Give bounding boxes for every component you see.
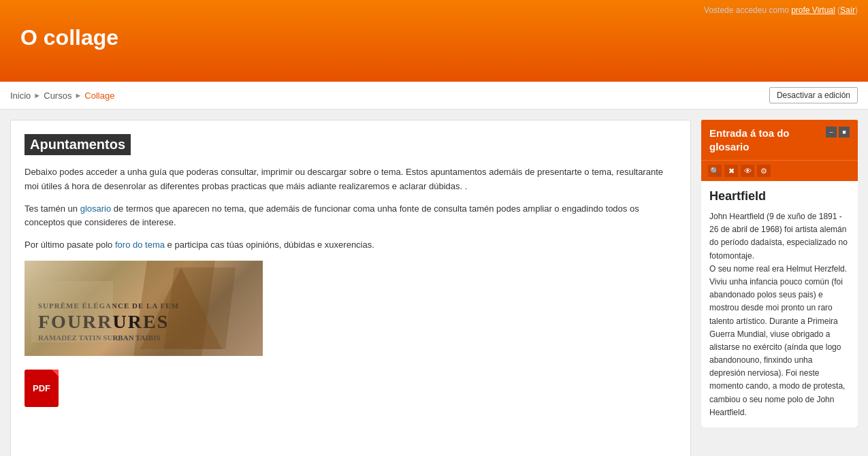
paragraph-3-prefix: Por último pasate polo: [25, 240, 112, 250]
toolbar-eye-icon[interactable]: 👁: [741, 165, 754, 177]
breadcrumb-current: Collage: [84, 91, 114, 101]
pdf-icon[interactable]: PDF: [25, 370, 59, 407]
user-link[interactable]: profe Virtual: [791, 5, 835, 15]
breadcrumb-bar: Inicio ► Cursos ► Collage Desactivar a e…: [0, 82, 868, 110]
glossary-toolbar: 🔍 ✖ 👁 ⚙: [701, 160, 858, 181]
page-title: O collage: [20, 25, 118, 50]
top-bar: Vostede accedeu como profe Virtual (Saír…: [704, 5, 858, 15]
maximize-button[interactable]: ■: [839, 127, 850, 137]
breadcrumb-sep-2: ►: [74, 91, 82, 99]
paragraph-3: Por último pasate polo foro do tema e pa…: [25, 238, 677, 253]
glossary-controls: – ■: [826, 127, 850, 137]
glossary-content: Heartfield John Heartfield (9 de xuño de…: [701, 181, 858, 427]
logout-link[interactable]: Saír: [840, 5, 855, 15]
paragraph-3-suffix: e participa cas túas opinións, dúbidas e…: [167, 240, 374, 250]
minimize-button[interactable]: –: [826, 127, 837, 137]
deactivate-button[interactable]: Desactivar a edición: [769, 87, 858, 103]
collage-image: SUPRÊME ÉLÉGANCE DE LA FEM FOURRURES RAM…: [25, 261, 263, 356]
pdf-label: PDF: [33, 383, 50, 393]
glossary-header: Entrada á toa do glosario – ■: [701, 120, 858, 160]
paragraph-2-suffix: de termos que aparecen no tema, que adem…: [25, 203, 639, 228]
main-layout: Apuntamentos Debaixo podes acceder a unh…: [0, 110, 868, 456]
breadcrumb-sep-1: ►: [33, 91, 41, 99]
content-body: Debaixo podes acceder a unha guía que po…: [25, 165, 677, 407]
content-area: Apuntamentos Debaixo podes acceder a unh…: [10, 120, 691, 456]
glossary-entry-title: Heartfield: [709, 189, 850, 203]
toolbar-search-icon[interactable]: 🔍: [708, 165, 722, 177]
toolbar-close-icon[interactable]: ✖: [724, 165, 738, 177]
paragraph-2-prefix: Tes tamén un: [25, 203, 78, 214]
paragraph-2: Tes tamén un glosario de termos que apar…: [25, 202, 677, 231]
glossary-widget: Entrada á toa do glosario – ■ 🔍 ✖ 👁 ⚙ He…: [701, 120, 858, 427]
content-title: Apuntamentos: [25, 134, 131, 155]
breadcrumb-inicio[interactable]: Inicio: [10, 91, 31, 101]
foro-link[interactable]: foro do tema: [115, 240, 165, 250]
breadcrumb: Inicio ► Cursos ► Collage: [10, 91, 114, 101]
sidebar: Entrada á toa do glosario – ■ 🔍 ✖ 👁 ⚙ He…: [701, 120, 858, 427]
toolbar-settings-icon[interactable]: ⚙: [757, 165, 771, 177]
glosario-link[interactable]: glosario: [80, 203, 112, 214]
breadcrumb-cursos[interactable]: Cursos: [44, 91, 71, 101]
paragraph-1: Debaixo podes acceder a unha guía que po…: [25, 165, 677, 194]
pdf-icon-container[interactable]: PDF: [25, 370, 677, 407]
glossary-entry-text: John Heartfield (9 de xuño de 1891 - 26 …: [709, 210, 850, 419]
topbar-text: Vostede accedeu como: [704, 5, 789, 15]
glossary-title: Entrada á toa do glosario: [709, 127, 790, 153]
